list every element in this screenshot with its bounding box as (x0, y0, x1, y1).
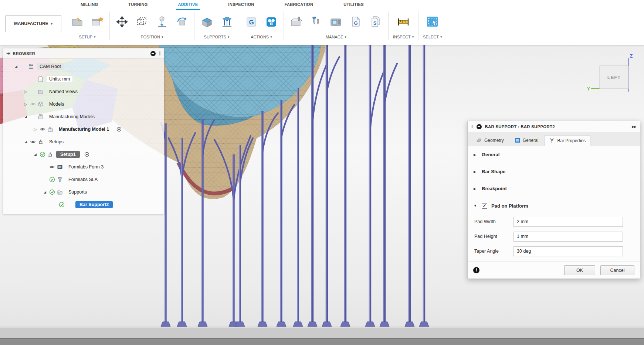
browser-item-bar-support2[interactable]: Bar Support2 (3, 198, 164, 211)
hide-panel-icon[interactable] (150, 51, 156, 56)
new-setup-icon[interactable] (70, 14, 85, 30)
workspace-tab-utilities[interactable]: UTILITIES (341, 0, 366, 10)
group-dropdown-supports[interactable]: SUPPORTS▾ (204, 35, 230, 39)
group-dropdown-actions[interactable]: ACTIONS▾ (251, 35, 272, 39)
browser-item-cam-root[interactable]: ◢CAM Root (3, 60, 164, 73)
workspace-tab-turning[interactable]: TURNING (126, 0, 150, 10)
view-cube-face-label[interactable]: LEFT (607, 75, 621, 80)
browser-item-manufacturing-models[interactable]: ◢Manufacturing Models (3, 110, 164, 123)
dialog-header[interactable]: ‖ BAR SUPPORT : BAR SUPPORT2 ▶▶ (468, 121, 640, 132)
panel-resize-grip[interactable]: ∥ (159, 51, 161, 56)
browser-item-units-mm[interactable]: Units: mm (3, 73, 164, 85)
eye-icon[interactable] (29, 139, 37, 145)
eye-icon[interactable] (48, 164, 56, 170)
settings-doc-icon[interactable]: S (368, 14, 384, 30)
chevron-expanded-icon[interactable]: ◢ (42, 190, 48, 194)
chevron-expanded-icon[interactable]: ◢ (13, 65, 19, 68)
dialog-tab-bar-properties[interactable]: Bar Properties (544, 135, 590, 146)
section-bar-shape[interactable]: ▶ Bar Shape (468, 163, 640, 180)
browser-item-label[interactable]: Setups (47, 139, 66, 145)
browser-item-named-views[interactable]: ▷Named Views (3, 85, 164, 98)
eye-icon[interactable] (38, 126, 46, 132)
activate-target-icon[interactable] (115, 126, 123, 132)
workspace-switcher-button[interactable]: MANUFACTURE ▾ (5, 15, 61, 32)
new-workspace-icon[interactable] (89, 14, 105, 30)
browser-item-formlabs-form-3[interactable]: Formlabs Form 3 (3, 161, 164, 173)
browser-item-label[interactable]: Formlabs Form 3 (66, 164, 106, 170)
machine-library-icon[interactable] (328, 14, 344, 30)
browser-item-label[interactable]: Formlabs SLA (66, 176, 100, 183)
browser-item-supports[interactable]: ◢Supports (3, 186, 164, 198)
chevron-collapsed-icon[interactable]: ▷ (23, 89, 29, 94)
orient-icon[interactable] (174, 14, 190, 30)
browser-item-manufacturing-model-1[interactable]: ▷Manufacturing Model 1 (3, 123, 164, 136)
chevron-expanded-icon[interactable]: ◢ (23, 115, 29, 119)
move-icon[interactable] (114, 14, 130, 30)
group-dropdown-setup[interactable]: SETUP▾ (79, 35, 95, 39)
browser-item-formlabs-sla[interactable]: Formlabs SLA (3, 173, 164, 186)
ok-button[interactable]: OK (564, 265, 595, 275)
support-volume-icon[interactable] (199, 14, 214, 30)
group-label: SUPPORTS (204, 35, 226, 39)
check-icon[interactable] (48, 189, 56, 195)
support-bar-icon[interactable] (219, 14, 234, 30)
select-window-icon[interactable] (424, 13, 441, 31)
browser-header[interactable]: ◀◀ BROWSER ∥ (3, 48, 164, 59)
pad-height-input[interactable] (513, 232, 623, 242)
browser-item-label[interactable]: Supports (66, 189, 89, 195)
dock-dialog-icon[interactable]: ▶▶ (632, 125, 636, 129)
measure-icon[interactable] (396, 14, 411, 30)
browser-item-label[interactable]: Units: mm (47, 76, 72, 82)
chevron-collapsed-icon[interactable]: ▷ (32, 127, 38, 132)
check-icon[interactable] (48, 177, 56, 182)
cancel-button[interactable]: Cancel (600, 265, 634, 275)
section-general[interactable]: ▶ General (468, 146, 640, 163)
collapse-dialog-icon[interactable] (477, 124, 482, 129)
workspace-tab-milling[interactable]: MILLING (78, 0, 100, 10)
collapse-panel-icon[interactable]: ◀◀ (6, 52, 9, 55)
pad-on-platform-checkbox[interactable] (482, 203, 487, 209)
dialog-tab-geometry[interactable]: Geometry (471, 135, 509, 146)
tool-library-icon[interactable] (288, 14, 304, 30)
section-pad-on-platform[interactable]: ▼ Pad on Platform (468, 197, 640, 214)
arrange-icon[interactable] (134, 14, 150, 30)
browser-item-setups[interactable]: ◢Setups (3, 136, 164, 148)
chevron-expanded-icon[interactable]: ◢ (32, 153, 38, 156)
group-dropdown-select[interactable]: SELECT▾ (423, 35, 442, 39)
tools-icon[interactable] (308, 14, 324, 30)
browser-item-setup1[interactable]: ◢Setup1 (3, 148, 164, 161)
gcode-doc-icon[interactable]: G (348, 14, 364, 30)
drop-icon[interactable] (154, 14, 170, 30)
browser-item-models[interactable]: ▷Models (3, 98, 164, 110)
slice-icon[interactable]: G (244, 14, 259, 30)
browser-item-label[interactable]: Models (47, 101, 67, 107)
browser-item-label[interactable]: Manufacturing Models (47, 113, 97, 120)
group-dropdown-manage[interactable]: MANAGE▾ (326, 35, 346, 39)
group-dropdown-inspect[interactable]: INSPECT▾ (393, 35, 414, 39)
workspace-tab-inspection[interactable]: INSPECTION (226, 0, 256, 10)
browser-item-label[interactable]: Bar Support2 (75, 201, 113, 208)
workspace-tab-fabrication[interactable]: FABRICATION (282, 0, 316, 10)
group-dropdown-position[interactable]: POSITION▾ (140, 35, 163, 39)
view-cube[interactable]: LEFT Z Y (587, 52, 643, 96)
chevron-expanded-icon[interactable]: ◢ (23, 140, 29, 144)
browser-item-label[interactable]: Manufacturing Model 1 (56, 126, 112, 133)
eye-off-icon[interactable] (29, 101, 37, 107)
taper-angle-input[interactable] (513, 246, 623, 256)
info-icon[interactable]: i (473, 267, 479, 273)
dialog-tab-general[interactable]: General (510, 135, 543, 146)
browser-item-label[interactable]: CAM Root (37, 63, 64, 70)
bar-properties-tab-icon (549, 138, 555, 144)
browser-item-label[interactable]: Setup1 (56, 151, 80, 158)
field-taper-angle: Taper Angle (468, 244, 640, 259)
netfabb-icon[interactable] (264, 14, 279, 30)
pad-width-input[interactable] (513, 217, 623, 227)
workspace-tab-additive[interactable]: ADDITIVE (176, 0, 200, 10)
section-breakpoint[interactable]: ▶ Breakpoint (468, 180, 640, 197)
activate-target-icon[interactable] (83, 151, 91, 157)
dialog-drag-grip[interactable]: ‖ (471, 124, 473, 129)
chevron-collapsed-icon[interactable]: ▷ (23, 102, 29, 107)
check-icon[interactable] (38, 151, 46, 157)
check-icon[interactable] (58, 202, 65, 208)
browser-item-label[interactable]: Named Views (47, 88, 80, 95)
